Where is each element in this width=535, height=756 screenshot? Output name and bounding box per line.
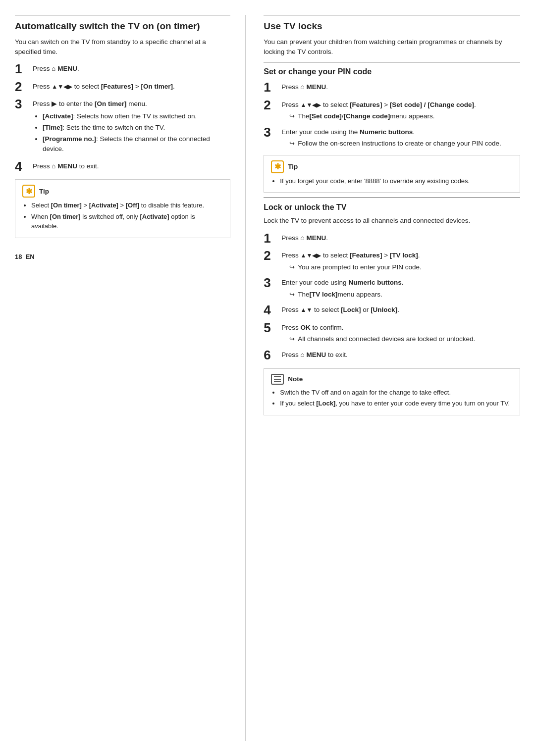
menu-label-lock6: MENU bbox=[306, 351, 326, 358]
lock-step-4-content: Press ▲▼ to select [Lock] or [Unlock]. bbox=[281, 303, 520, 315]
left-step-1-num: 1 bbox=[15, 62, 33, 76]
left-tip-list: Select [On timer] > [Activate] > [Off] t… bbox=[31, 201, 223, 231]
bracket-features-pin2: [Features] bbox=[350, 101, 382, 108]
lock-step-6: 6 Press ⌂ MENU to exit. bbox=[264, 348, 520, 362]
pin-tip-box: ✱ Tip If you forget your code, enter '88… bbox=[264, 155, 520, 193]
pin-section-divider bbox=[264, 62, 520, 62]
bracket-unlock: [Unlock] bbox=[371, 306, 397, 313]
right-intro: You can prevent your children from watch… bbox=[264, 37, 520, 57]
lock-step-6-content: Press ⌂ MENU to exit. bbox=[281, 348, 520, 360]
bracket-lock: [Lock] bbox=[341, 306, 361, 313]
right-column: Use TV locks You can prevent your childr… bbox=[246, 15, 520, 741]
home-icon-lock6: ⌂ bbox=[301, 351, 305, 358]
pin-step-3-content: Enter your code using the Numeric button… bbox=[281, 125, 520, 149]
lock-intro: Lock the TV to prevent access to all cha… bbox=[264, 216, 520, 226]
note-line-2 bbox=[274, 379, 281, 380]
lock-step-2-arrow: You are prompted to enter your PIN code. bbox=[289, 262, 520, 273]
pin-step-2-num: 2 bbox=[264, 98, 281, 112]
lock-step-3-arrow: The [TV lock] menu appears. bbox=[289, 290, 520, 300]
left-step-1: 1 Press ⌂ MENU. bbox=[15, 62, 230, 76]
lock-step-1: 1 Press ⌂ MENU. bbox=[264, 231, 520, 246]
page-number: 18 EN bbox=[15, 243, 230, 260]
bullet-programme: [Programme no.]: Selects the channel or … bbox=[43, 134, 230, 154]
note-item-1: Switch the TV off and on again for the c… bbox=[280, 388, 513, 398]
left-tip-item-2: When [On timer] is switched off, only [A… bbox=[31, 212, 223, 231]
bracket-ontimer-2: [On timer] bbox=[141, 83, 173, 90]
nav-arrows-lock4: ▲▼ bbox=[301, 306, 313, 313]
home-icon-4: ⌂ bbox=[52, 162, 55, 170]
ok-button-label: OK bbox=[301, 324, 311, 331]
menu-label-4: MENU bbox=[57, 162, 77, 170]
page-num-text: 18 bbox=[15, 253, 22, 260]
left-step-3-content: Press ▶ to enter the [On timer] menu. [A… bbox=[33, 97, 230, 155]
bracket-ontimer-3: [On timer] bbox=[95, 100, 127, 107]
lock-section-divider bbox=[264, 198, 520, 198]
left-tip-item-1: Select [On timer] > [Activate] > [Off] t… bbox=[31, 201, 223, 210]
note-line-1 bbox=[274, 376, 281, 377]
bullet-time: [Time]: Sets the time to switch on the T… bbox=[43, 123, 230, 133]
pin-step-3-num: 3 bbox=[264, 125, 281, 140]
note-item-2: If you select [Lock], you have to enter … bbox=[280, 399, 513, 408]
lock-step-3: 3 Enter your code using Numeric buttons.… bbox=[264, 276, 520, 300]
menu-label-lock1: MENU bbox=[306, 234, 326, 242]
bracket-features-lock2: [Features] bbox=[350, 252, 382, 259]
bullet-activate: [Activate]: Selects how often the TV is … bbox=[43, 111, 230, 121]
nav-arrows-2: ▲▼◀▶ bbox=[52, 83, 72, 90]
tip-icon-pin: ✱ bbox=[271, 160, 284, 173]
left-step-3-bullets: [Activate]: Selects how often the TV is … bbox=[43, 111, 230, 154]
pin-step-2-arrow: The [Set code] / [Change code] menu appe… bbox=[289, 111, 520, 122]
left-step-1-content: Press ⌂ MENU. bbox=[33, 62, 230, 74]
home-icon-1: ⌂ bbox=[52, 65, 55, 72]
left-tip-header: ✱ Tip bbox=[22, 185, 223, 198]
note-box: Note Switch the TV off and on again for … bbox=[264, 368, 520, 415]
right-section-title: Use TV locks bbox=[264, 20, 520, 32]
left-step-3-num: 3 bbox=[15, 97, 33, 111]
pin-step-3: 3 Enter your code using the Numeric butt… bbox=[264, 125, 520, 149]
left-step-2: 2 Press ▲▼◀▶ to select [Features] > [On … bbox=[15, 80, 230, 94]
lock-step-3-content: Enter your code using Numeric buttons. T… bbox=[281, 276, 520, 300]
menu-label-1: MENU bbox=[57, 65, 77, 72]
bracket-setcode: [Set code] / [Change code] bbox=[390, 101, 474, 108]
pin-step-1-num: 1 bbox=[264, 80, 281, 95]
left-intro: You can switch on the TV from standby to… bbox=[15, 37, 230, 57]
lock-step-5-content: Press OK to confirm. All channels and co… bbox=[281, 321, 520, 345]
numeric-buttons-label: Numeric buttons bbox=[360, 128, 413, 136]
numeric-buttons-lock: Numeric buttons bbox=[348, 279, 401, 286]
left-step-4: 4 Press ⌂ MENU to exit. bbox=[15, 159, 230, 174]
note-lines bbox=[274, 376, 281, 382]
left-tip-label: Tip bbox=[39, 188, 49, 195]
note-line-3 bbox=[274, 381, 281, 382]
pin-tip-header: ✱ Tip bbox=[271, 160, 513, 173]
note-list: Switch the TV off and on again for the c… bbox=[280, 388, 513, 408]
pin-step-1-content: Press ⌂ MENU. bbox=[281, 80, 520, 92]
left-section-divider bbox=[15, 15, 230, 15]
left-step-4-content: Press ⌂ MENU to exit. bbox=[33, 159, 230, 171]
pin-tip-list: If you forget your code, enter '8888' to… bbox=[280, 176, 513, 186]
nav-arrows-pin2: ▲▼◀▶ bbox=[301, 101, 321, 108]
left-step-4-num: 4 bbox=[15, 159, 33, 174]
pin-step-3-arrow: Follow the on-screen instructions to cre… bbox=[289, 139, 520, 149]
lock-step-2-num: 2 bbox=[264, 249, 281, 263]
left-step-3: 3 Press ▶ to enter the [On timer] menu. … bbox=[15, 97, 230, 155]
page-lang-text: EN bbox=[26, 253, 35, 260]
lock-step-3-num: 3 bbox=[264, 276, 281, 290]
note-header: Note bbox=[271, 374, 513, 385]
left-column: Automatically switch the TV on (on timer… bbox=[15, 15, 246, 741]
right-section-divider bbox=[264, 15, 520, 15]
left-step-2-content: Press ▲▼◀▶ to select [Features] > [On ti… bbox=[33, 80, 230, 92]
lock-step-4-num: 4 bbox=[264, 303, 281, 317]
lock-step-1-num: 1 bbox=[264, 231, 281, 246]
pin-tip-label: Tip bbox=[288, 163, 298, 170]
left-step-2-num: 2 bbox=[15, 80, 33, 94]
bracket-features-2: [Features] bbox=[101, 83, 133, 90]
pin-step-2-content: Press ▲▼◀▶ to select [Features] > [Set c… bbox=[281, 98, 520, 122]
pin-step-1: 1 Press ⌂ MENU. bbox=[264, 80, 520, 95]
left-section-title: Automatically switch the TV on (on timer… bbox=[15, 20, 230, 32]
home-icon-lock1: ⌂ bbox=[301, 234, 305, 242]
pin-step-2: 2 Press ▲▼◀▶ to select [Features] > [Set… bbox=[264, 98, 520, 122]
lock-step-5-arrow: All channels and connected devices are l… bbox=[289, 334, 520, 345]
lock-step-2: 2 Press ▲▼◀▶ to select [Features] > [TV … bbox=[264, 249, 520, 272]
lock-step-5: 5 Press OK to confirm. All channels and … bbox=[264, 321, 520, 345]
home-icon-pin1: ⌂ bbox=[301, 83, 305, 91]
lock-step-1-content: Press ⌂ MENU. bbox=[281, 231, 520, 243]
